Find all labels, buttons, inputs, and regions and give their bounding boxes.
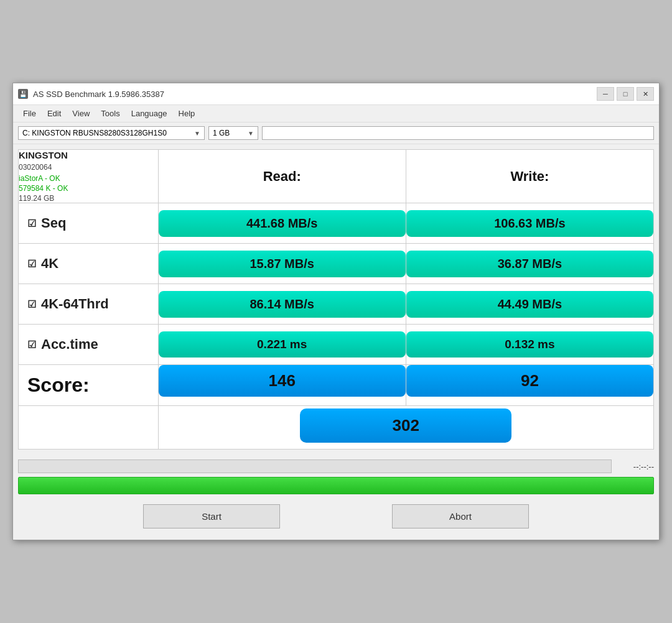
seq-label-cell: ☑ Seq bbox=[19, 203, 159, 244]
size-select[interactable]: 1 GB ▼ bbox=[208, 126, 258, 140]
4k64-read-result: 86.14 MB/s bbox=[159, 291, 406, 318]
table-row: ☑ 4K 15.87 MB/s 36.87 MB/s bbox=[19, 244, 654, 284]
app-icon: 💾 bbox=[18, 89, 28, 99]
4k-checkbox-icon: ☑ bbox=[27, 258, 36, 270]
drive-name: KINGSTON bbox=[19, 150, 158, 160]
drive-id: 03020064 bbox=[19, 163, 158, 172]
score-total: 302 bbox=[300, 408, 511, 443]
4k-label-cell: ☑ 4K bbox=[19, 244, 159, 284]
window-title: AS SSD Benchmark 1.9.5986.35387 bbox=[33, 90, 164, 99]
4k-label: 4K bbox=[41, 256, 58, 272]
acctime-read-cell: 0.221 ms bbox=[158, 325, 406, 365]
minimize-button[interactable]: ─ bbox=[597, 87, 614, 101]
benchmark-table: KINGSTON 03020064 iaStorA - OK 579584 K … bbox=[18, 149, 654, 450]
drive-chevron-icon: ▼ bbox=[194, 130, 200, 137]
menu-view[interactable]: View bbox=[67, 107, 95, 120]
menu-bar: File Edit View Tools Language Help bbox=[13, 105, 659, 122]
toolbar: C: KINGSTON RBUSNS8280S3128GH1S0 ▼ 1 GB … bbox=[13, 122, 659, 144]
4k64-write-cell: 44.49 MB/s bbox=[406, 284, 653, 325]
maximize-button[interactable]: □ bbox=[617, 87, 634, 101]
close-button[interactable]: ✕ bbox=[637, 87, 654, 101]
4k64-label-cell: ☑ 4K-64Thrd bbox=[19, 284, 159, 325]
title-bar: 💾 AS SSD Benchmark 1.9.5986.35387 ─ □ ✕ bbox=[13, 83, 659, 105]
toolbar-progress bbox=[262, 126, 654, 140]
acctime-label-cell: ☑ Acc.time bbox=[19, 325, 159, 365]
size-select-label: 1 GB bbox=[213, 129, 230, 137]
seq-label: Seq bbox=[41, 215, 66, 231]
menu-edit[interactable]: Edit bbox=[42, 107, 66, 120]
drive-driver: iaStorA - OK bbox=[19, 174, 158, 183]
seq-read-result: 441.68 MB/s bbox=[159, 210, 406, 237]
score-read: 146 bbox=[159, 365, 406, 397]
main-content: KINGSTON 03020064 iaStorA - OK 579584 K … bbox=[13, 144, 659, 455]
4k64-read-cell: 86.14 MB/s bbox=[158, 284, 406, 325]
menu-help[interactable]: Help bbox=[174, 107, 200, 120]
drive-size-gb: 119.24 GB bbox=[19, 194, 158, 203]
menu-file[interactable]: File bbox=[18, 107, 41, 120]
bottom-section: --:--:-- Start Abort bbox=[13, 455, 659, 540]
abort-button[interactable]: Abort bbox=[392, 504, 529, 528]
title-controls: ─ □ ✕ bbox=[597, 87, 654, 101]
title-bar-left: 💾 AS SSD Benchmark 1.9.5986.35387 bbox=[18, 89, 164, 99]
menu-language[interactable]: Language bbox=[126, 107, 172, 120]
green-progress-bar bbox=[18, 477, 654, 494]
score-label-cell: Score: bbox=[19, 365, 159, 406]
table-row: ☑ Acc.time 0.221 ms 0.132 ms bbox=[19, 325, 654, 365]
drive-info-cell: KINGSTON 03020064 iaStorA - OK 579584 K … bbox=[19, 150, 159, 203]
4k64-write-result: 44.49 MB/s bbox=[406, 291, 653, 318]
seq-checkbox-icon: ☑ bbox=[27, 218, 36, 229]
score-total-wrap: 302 bbox=[159, 406, 653, 449]
acctime-write-result: 0.132 ms bbox=[406, 331, 653, 358]
seq-write-cell: 106.63 MB/s bbox=[406, 203, 653, 244]
menu-tools[interactable]: Tools bbox=[96, 107, 124, 120]
4k-write-result: 36.87 MB/s bbox=[406, 251, 653, 277]
table-row: ☑ 4K-64Thrd 86.14 MB/s 44.49 MB/s bbox=[19, 284, 654, 325]
score-label: Score: bbox=[19, 365, 158, 405]
start-button[interactable]: Start bbox=[143, 504, 280, 528]
progress-row: --:--:-- bbox=[18, 459, 654, 473]
4k64-checkbox-icon: ☑ bbox=[27, 298, 36, 310]
acctime-checkbox-icon: ☑ bbox=[27, 339, 36, 351]
drive-select[interactable]: C: KINGSTON RBUSNS8280S3128GH1S0 ▼ bbox=[18, 126, 205, 140]
score-read-cell: 146 bbox=[158, 365, 406, 406]
table-row: ☑ Seq 441.68 MB/s 106.63 MB/s bbox=[19, 203, 654, 244]
score-total-cell: 302 bbox=[158, 406, 653, 450]
button-row: Start Abort bbox=[18, 498, 654, 535]
write-header: Write: bbox=[406, 150, 653, 203]
seq-read-cell: 441.68 MB/s bbox=[158, 203, 406, 244]
drive-select-label: C: KINGSTON RBUSNS8280S3128GH1S0 bbox=[22, 129, 167, 137]
acctime-write-cell: 0.132 ms bbox=[406, 325, 653, 365]
benchmark-progress-bar bbox=[18, 459, 612, 473]
drive-size-k: 579584 K - OK bbox=[19, 184, 158, 193]
read-header: Read: bbox=[158, 150, 406, 203]
size-chevron-icon: ▼ bbox=[248, 130, 254, 137]
acctime-label: Acc.time bbox=[41, 336, 98, 353]
score-total-row: 302 bbox=[19, 406, 654, 450]
score-write: 92 bbox=[406, 365, 653, 397]
acctime-read-result: 0.221 ms bbox=[159, 331, 406, 358]
4k64-label: 4K-64Thrd bbox=[41, 296, 109, 312]
score-write-cell: 92 bbox=[406, 365, 653, 406]
score-row: Score: 146 92 bbox=[19, 365, 654, 406]
4k-read-cell: 15.87 MB/s bbox=[158, 244, 406, 284]
4k-write-cell: 36.87 MB/s bbox=[406, 244, 653, 284]
seq-write-result: 106.63 MB/s bbox=[406, 210, 653, 237]
time-display: --:--:-- bbox=[617, 462, 654, 471]
4k-read-result: 15.87 MB/s bbox=[159, 251, 406, 277]
score-total-empty bbox=[19, 406, 159, 450]
main-window: 💾 AS SSD Benchmark 1.9.5986.35387 ─ □ ✕ … bbox=[12, 83, 660, 540]
